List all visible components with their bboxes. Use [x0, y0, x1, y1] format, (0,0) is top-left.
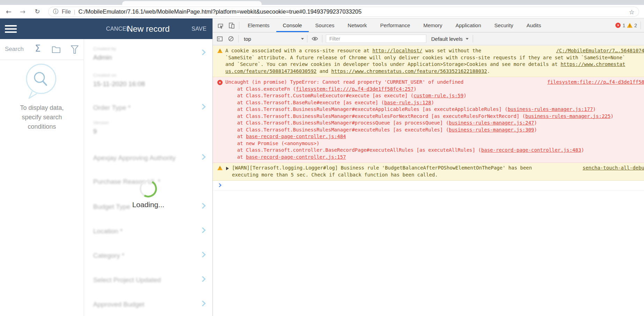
- toolbar-divider: [473, 35, 473, 43]
- console-line: us.com/feature/5088147346030592 and http…: [213, 68, 644, 75]
- log-levels-dropdown[interactable]: Default levels: [431, 36, 469, 42]
- source-location-link[interactable]: /C:/MobileEmulator/7….564810748614573: [556, 48, 644, 53]
- toolbar-divider: [322, 35, 322, 43]
- form-field-row[interactable]: Category *: [93, 252, 196, 259]
- search-sidebar: Search Σ To display data, specify search…: [0, 39, 84, 316]
- record-form: Created byAdminCreated on15-11-2020 16:0…: [84, 39, 212, 316]
- console-text: executing more than 5 sec. Check if call…: [232, 172, 438, 178]
- context-value: top: [244, 36, 251, 42]
- console-text: at Class.Terrasoft.BusinessRulesManager#…: [225, 106, 508, 112]
- save-button[interactable]: SAVE: [192, 26, 207, 32]
- console-link[interactable]: business-rules-manager.js:177: [508, 106, 593, 112]
- console-sidebar-icon[interactable]: [214, 32, 225, 46]
- reload-icon[interactable]: ↻: [33, 7, 42, 16]
- console-text: ): [534, 127, 537, 133]
- console-text: at: [225, 134, 246, 139]
- console-line: at base-record-page-controller.js:157: [213, 154, 644, 161]
- tab-performance[interactable]: Performance: [374, 18, 417, 32]
- search-input[interactable]: Search Σ: [0, 39, 84, 60]
- browser-toolbar: ← → ↻ ⓘ File | C:/MobileEmulator/7.16.1/…: [0, 5, 644, 18]
- back-icon[interactable]: ←: [4, 7, 13, 16]
- folder-icon[interactable]: [52, 45, 61, 53]
- console-line: at base-record-page-controller.js:484: [213, 133, 644, 140]
- console-line: at Class.executeFn (filesystem:file:///p…: [213, 86, 644, 93]
- console-text: at Class.Terrasoft.BusinessRulesManager#…: [225, 113, 525, 119]
- console-line: at Class.Terrasoft.BusinessRulesManager#…: [213, 127, 644, 134]
- console-link[interactable]: base-record-page-controller.js:157: [246, 154, 346, 160]
- message-counts[interactable]: × 1 ! 2: [615, 22, 643, 29]
- inspect-element-icon[interactable]: [215, 18, 226, 32]
- clear-console-icon[interactable]: [225, 32, 237, 46]
- console-link[interactable]: base-record-page-controller.js:484: [246, 134, 346, 139]
- tab-audits[interactable]: Audits: [520, 18, 548, 32]
- source-location-link[interactable]: filesystem:file:///p…f4-d3de1ff58fc4:257: [547, 79, 644, 85]
- tab-security[interactable]: Security: [488, 18, 520, 32]
- console-link[interactable]: business-rules-manager.js:247: [449, 120, 534, 126]
- console-link[interactable]: http://localhost/: [372, 48, 422, 53]
- console-message: ![WARN][Terrasoft.logging.Logger#log] Bu…: [213, 163, 644, 181]
- console-link[interactable]: https://www.chromestat: [561, 61, 625, 67]
- field-value: Admin: [93, 54, 196, 61]
- console-link[interactable]: business-rules-manager.js:225: [525, 113, 611, 119]
- form-field-row[interactable]: Created on15-11-2020 16:08: [93, 73, 196, 88]
- form-field-row[interactable]: Apexjay Approving Authority: [93, 154, 196, 162]
- field-label: Order Type *: [93, 104, 196, 112]
- console-line: at Class.Terrasoft.BusinessRulesManager#…: [213, 113, 644, 120]
- source-location-link[interactable]: sencha-touch-all-debug.js:86: [583, 165, 644, 171]
- console-line: at Class.Terrasoft.BaseRule#execute [as …: [213, 99, 644, 106]
- device-toolbar-icon[interactable]: [226, 18, 237, 32]
- form-field-row[interactable]: Select Project Updated: [93, 276, 196, 284]
- console-line: at new Promise (<anonymous>): [213, 140, 644, 147]
- toolbar-divider: [641, 22, 641, 29]
- console-text: ): [413, 86, 416, 92]
- field-label: Category *: [93, 252, 196, 259]
- devtools-tabs: ElementsConsoleSourcesNetworkPerformance…: [241, 18, 548, 32]
- field-label: Version: [93, 120, 196, 125]
- javascript-context-dropdown[interactable]: top: [244, 36, 305, 42]
- console-pane[interactable]: !A cookie associated with a cross-site r…: [213, 46, 644, 316]
- loading-overlay: Loading...: [96, 180, 201, 209]
- console-text: at Class.Terrasoft.BaseRule#execute [as …: [225, 100, 384, 105]
- console-link[interactable]: https://www.chromestatus.com/feature/563…: [331, 68, 487, 74]
- bookmark-star-icon[interactable]: ☆: [629, 8, 635, 16]
- tab-network[interactable]: Network: [341, 18, 374, 32]
- console-link[interactable]: base-rule.js:128: [384, 100, 431, 105]
- tab-application[interactable]: Application: [449, 18, 488, 32]
- tab-sources[interactable]: Sources: [309, 18, 341, 32]
- console-link[interactable]: custom-rule.js:59: [413, 93, 463, 98]
- hamburger-menu-icon[interactable]: [5, 25, 17, 35]
- cancel-button[interactable]: CANCEL: [106, 26, 129, 32]
- error-badge-icon: ×: [615, 23, 621, 28]
- expand-triangle-icon[interactable]: [226, 167, 229, 170]
- form-field-row[interactable]: Version9: [93, 120, 196, 135]
- forward-icon[interactable]: →: [18, 7, 27, 16]
- form-field-row[interactable]: Location *: [93, 227, 196, 235]
- console-link[interactable]: filesystem:file:///p…f4-d3de1ff58fc4:257: [296, 86, 413, 92]
- console-line: at Class.Terrasoft.controller.BaseRecord…: [213, 147, 644, 154]
- console-text: at Class.executeFn (: [225, 86, 296, 92]
- page-info-icon[interactable]: ⓘ: [53, 8, 59, 15]
- console-prompt[interactable]: [213, 181, 644, 190]
- prompt-chevron-icon: [217, 183, 221, 187]
- filter-funnel-icon[interactable]: [70, 45, 79, 54]
- console-line: at Class.Terrasoft.CustomRuleExecutor#ex…: [213, 92, 644, 99]
- console-link[interactable]: base-record-page-controller.js:483: [481, 147, 581, 153]
- form-field-row[interactable]: Order Type *: [93, 104, 196, 112]
- form-field-row[interactable]: Approved Budget: [93, 301, 196, 308]
- tab-console[interactable]: Console: [276, 18, 309, 32]
- browser-tab[interactable]: [122, 1, 262, 5]
- console-messages: !A cookie associated with a cross-site r…: [213, 46, 644, 181]
- browser-chrome: ← → ↻ ⓘ File | C:/MobileEmulator/7.16.1/…: [0, 0, 644, 18]
- form-field-row[interactable]: Created byAdmin: [93, 46, 196, 61]
- sum-icon[interactable]: Σ: [35, 43, 40, 54]
- live-expression-eye-icon[interactable]: [309, 32, 320, 46]
- console-link[interactable]: us.com/feature/5088147346030592: [225, 68, 316, 74]
- tab-elements[interactable]: Elements: [241, 18, 276, 32]
- console-link[interactable]: business-rules-manager.js:309: [449, 127, 534, 133]
- console-text: ): [464, 93, 466, 98]
- console-filter-input[interactable]: [326, 35, 426, 43]
- field-label: Select Project Updated: [93, 276, 196, 284]
- tab-memory[interactable]: Memory: [417, 18, 449, 32]
- url-text[interactable]: C:/MobileEmulator/7.16.1/web/MobileMainP…: [78, 8, 362, 15]
- address-bar[interactable]: ⓘ File | C:/MobileEmulator/7.16.1/web/Mo…: [48, 7, 639, 17]
